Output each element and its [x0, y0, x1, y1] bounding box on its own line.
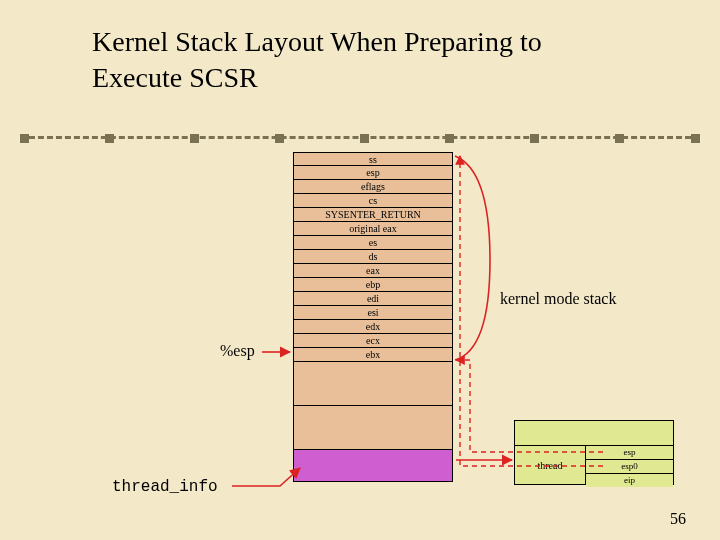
esp-pointer-label: %esp — [220, 342, 255, 360]
stack-row: esp — [293, 166, 453, 180]
stack-empty-region — [293, 406, 453, 450]
stack-row: es — [293, 236, 453, 250]
kernel-mode-stack-label: kernel mode stack — [500, 290, 616, 308]
thread-struct-table: thread esp esp0 eip — [514, 420, 674, 485]
stack-row: esi — [293, 306, 453, 320]
stack-row: ebx — [293, 348, 453, 362]
thread-struct-label: thread — [515, 446, 586, 484]
stack-row: edi — [293, 292, 453, 306]
title-line2: Execute SCSR — [92, 62, 258, 93]
stack-empty-region — [293, 362, 453, 406]
thread-struct-field: esp0 — [586, 460, 673, 474]
thread-struct-top — [514, 420, 674, 446]
title-line1: Kernel Stack Layout When Preparing to — [92, 26, 542, 57]
thread-struct-field: eip — [586, 474, 673, 487]
slide-title: Kernel Stack Layout When Preparing to Ex… — [92, 24, 542, 96]
stack-row: eax — [293, 264, 453, 278]
stack-row: ecx — [293, 334, 453, 348]
stack-row: original eax — [293, 222, 453, 236]
thread-info-label: thread_info — [112, 478, 218, 496]
stack-row: ebp — [293, 278, 453, 292]
thread-info-region — [293, 450, 453, 482]
stack-row: SYSENTER_RETURN — [293, 208, 453, 222]
stack-row: ds — [293, 250, 453, 264]
stack-row: cs — [293, 194, 453, 208]
stack-row: ss — [293, 152, 453, 166]
page-number: 56 — [670, 510, 686, 528]
title-underline — [20, 136, 700, 139]
stack-row: edx — [293, 320, 453, 334]
stack-diagram: ss esp eflags cs SYSENTER_RETURN origina… — [293, 152, 453, 482]
thread-struct-field: esp — [586, 446, 673, 460]
stack-row: eflags — [293, 180, 453, 194]
